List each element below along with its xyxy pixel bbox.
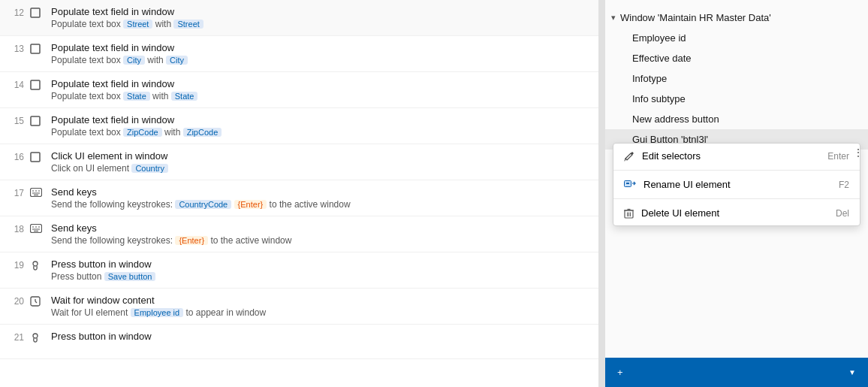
tag-value: City <box>166 56 188 65</box>
tag-value: Save button <box>104 272 156 281</box>
step-icon <box>30 222 45 235</box>
tree-parent-item[interactable]: ▾Window 'Maintain HR Master Data' <box>605 8 868 28</box>
step-row[interactable]: 18Send keysSend the following keystrokes… <box>0 216 598 252</box>
tag-value: CountryCode <box>175 200 231 209</box>
panel-divider <box>599 0 605 387</box>
step-icon <box>30 259 45 273</box>
step-row[interactable]: 12Populate text field in windowPopulate … <box>0 0 598 36</box>
step-number: 19 <box>8 259 30 271</box>
step-row[interactable]: 21Press button in window <box>0 325 598 359</box>
step-title: Populate text field in window <box>51 6 591 17</box>
trash-icon <box>624 208 634 219</box>
add-icon: + <box>617 367 623 378</box>
step-row[interactable]: 20Wait for window contentWait for UI ele… <box>0 289 598 325</box>
menu-item-label-area: Rename UI element <box>624 179 731 190</box>
step-title: Populate text field in window <box>51 42 591 53</box>
step-description: Send the following keystrokes: CountryCo… <box>51 199 591 210</box>
step-number: 17 <box>8 186 30 198</box>
step-content: Populate text field in windowPopulate te… <box>45 42 591 65</box>
three-dot-icon[interactable]: ⋮ <box>853 147 863 159</box>
step-row[interactable]: 19Press button in windowPress button Sav… <box>0 252 598 289</box>
tag-value-orange: {Enter} <box>234 200 267 209</box>
menu-item-shortcut: F2 <box>839 180 849 190</box>
tag-value-orange: {Enter} <box>175 236 208 245</box>
step-title: Send keys <box>51 222 591 234</box>
svg-rect-4 <box>31 153 40 162</box>
context-menu: Edit selectors Enter Rename UI element F… <box>613 143 860 226</box>
right-panel: ▾Window 'Maintain HR Master Data'Employe… <box>605 0 868 387</box>
step-icon <box>30 114 45 128</box>
step-number: 13 <box>8 42 30 54</box>
step-content: Populate text field in windowPopulate te… <box>45 114 591 138</box>
step-title: Press button in window <box>51 331 591 342</box>
step-description: Click on UI element Country <box>51 163 591 174</box>
menu-item-shortcut: Enter <box>827 151 849 162</box>
svg-rect-1 <box>31 44 40 53</box>
step-content: Press button in windowPress button Save … <box>45 259 591 282</box>
context-menu-item[interactable]: Rename UI element F2 <box>613 172 860 197</box>
step-content: Wait for window contentWait for UI eleme… <box>45 295 591 318</box>
tag-value: ZipCode <box>183 128 222 137</box>
tag-value: Country <box>131 164 168 173</box>
tag-value: State <box>171 92 198 101</box>
tag-value: Street <box>173 20 203 29</box>
svg-rect-3 <box>31 116 40 125</box>
tag-value: City <box>123 56 145 65</box>
step-description: Send the following keystrokes: {Enter} t… <box>51 235 591 246</box>
dropdown-arrow-icon: ▼ <box>848 368 856 376</box>
step-content: Populate text field in windowPopulate te… <box>45 6 591 29</box>
add-ui-element-button[interactable]: + ▼ <box>605 358 868 387</box>
step-row[interactable]: 15Populate text field in windowPopulate … <box>0 108 598 144</box>
step-row[interactable]: 14Populate text field in windowPopulate … <box>0 72 598 108</box>
svg-line-22 <box>625 159 625 161</box>
tag-value: Street <box>123 20 152 29</box>
tree-item[interactable]: Infotype <box>605 68 868 89</box>
menu-item-shortcut: Del <box>836 208 849 219</box>
context-menu-separator <box>613 198 860 199</box>
step-number: 21 <box>8 331 30 343</box>
svg-rect-24 <box>626 183 629 184</box>
menu-item-label-area: Edit selectors <box>624 150 701 162</box>
step-number: 16 <box>8 150 30 162</box>
tree-item[interactable]: Effective date <box>605 48 868 68</box>
step-content: Click UI element in windowClick on UI el… <box>45 150 591 174</box>
step-description: Populate text box Street with Street <box>51 19 591 29</box>
tree-item[interactable]: Employee id <box>605 28 868 48</box>
step-row[interactable]: 13Populate text field in windowPopulate … <box>0 36 598 72</box>
step-description: Populate text box City with City <box>51 55 591 65</box>
step-icon <box>30 331 45 345</box>
rename-icon <box>624 180 636 189</box>
step-title: Wait for window content <box>51 295 591 306</box>
context-menu-separator <box>613 170 860 171</box>
step-description: Wait for UI element Employee id to appea… <box>51 307 591 318</box>
step-number: 14 <box>8 78 30 90</box>
svg-point-21 <box>33 334 38 338</box>
step-title: Populate text field in window <box>51 114 591 125</box>
tree-item[interactable]: Info subtype <box>605 89 868 109</box>
menu-item-label: Rename UI element <box>643 179 731 190</box>
step-content: Press button in window <box>45 331 591 342</box>
menu-item-label-area: Delete UI element <box>624 207 719 219</box>
tree-item[interactable]: New address button <box>605 109 868 129</box>
svg-rect-2 <box>31 80 40 89</box>
step-title: Populate text field in window <box>51 78 591 89</box>
step-row[interactable]: 16Click UI element in windowClick on UI … <box>0 144 598 180</box>
step-icon <box>30 42 45 56</box>
step-icon <box>30 295 45 309</box>
pencil-icon <box>624 151 634 162</box>
svg-point-17 <box>33 262 38 266</box>
step-icon <box>30 186 45 199</box>
tag-value: ZipCode <box>123 128 162 137</box>
step-number: 20 <box>8 295 30 307</box>
step-description: Populate text box ZipCode with ZipCode <box>51 127 591 138</box>
context-menu-item[interactable]: Edit selectors Enter <box>613 144 860 168</box>
step-content: Send keysSend the following keystrokes: … <box>45 186 591 210</box>
context-menu-item[interactable]: Delete UI element Del <box>613 201 860 225</box>
step-row[interactable]: 17Send keysSend the following keystrokes… <box>0 180 598 216</box>
step-description: Populate text box State with State <box>51 91 591 101</box>
step-icon <box>30 6 45 20</box>
window-label: Window 'Maintain HR Master Data' <box>620 12 771 23</box>
chevron-down-icon: ▾ <box>611 13 616 23</box>
step-number: 15 <box>8 114 30 126</box>
step-title: Send keys <box>51 186 591 198</box>
